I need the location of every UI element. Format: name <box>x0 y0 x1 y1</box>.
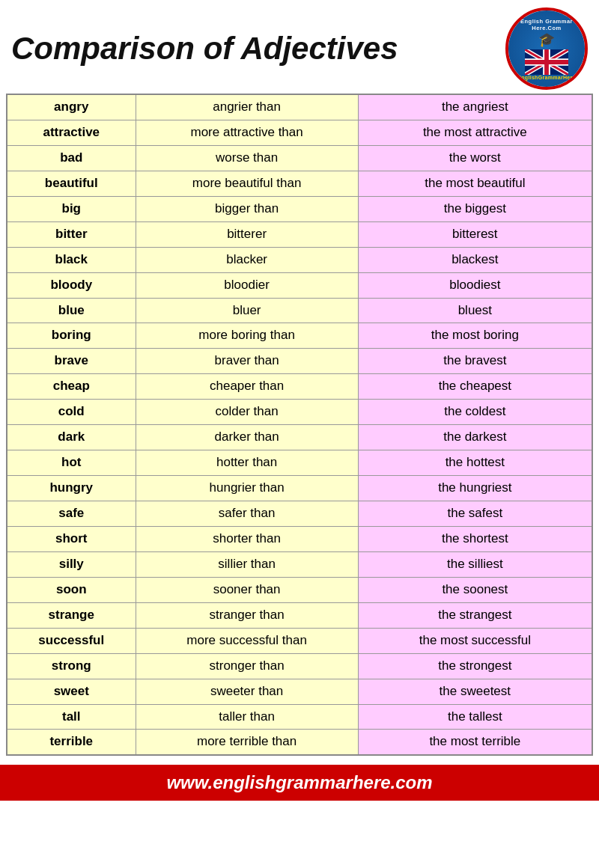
table-row: bigbigger thanthe biggest <box>7 196 592 221</box>
footer: www.englishgrammarhere.com <box>0 765 599 801</box>
comparative-cell: bigger than <box>136 196 358 221</box>
table-row: safesafer thanthe safest <box>7 501 592 527</box>
superlative-cell: the most boring <box>358 323 592 349</box>
table-row: strangestranger thanthe strangest <box>7 602 592 628</box>
comparative-cell: darker than <box>136 425 358 450</box>
adjective-cell: hot <box>7 450 136 476</box>
superlative-cell: the cheapest <box>358 374 592 400</box>
superlative-cell: the safest <box>358 501 592 527</box>
adjective-cell: blue <box>7 298 136 323</box>
table-row: hungryhungrier thanthe hungriest <box>7 476 592 501</box>
superlative-cell: bitterest <box>358 221 592 247</box>
superlative-cell: the strongest <box>358 653 592 679</box>
superlative-cell: the biggest <box>358 196 592 221</box>
table-row: bravebraver thanthe bravest <box>7 349 592 374</box>
superlative-cell: the most attractive <box>358 120 592 145</box>
superlative-cell: the worst <box>358 145 592 171</box>
table-row: coldcolder thanthe coldest <box>7 400 592 425</box>
superlative-cell: the angriest <box>358 94 592 120</box>
comparative-cell: stronger than <box>136 653 358 679</box>
table-row: shortshorter thanthe shortest <box>7 526 592 551</box>
table-row: soonsooner thanthe soonest <box>7 577 592 602</box>
superlative-cell: the darkest <box>358 425 592 450</box>
comparative-cell: braver than <box>136 349 358 374</box>
comparative-cell: shorter than <box>136 526 358 551</box>
table-row: sillysillier thanthe silliest <box>7 551 592 577</box>
comparative-cell: cheaper than <box>136 374 358 400</box>
superlative-cell: the most beautiful <box>358 171 592 196</box>
table-container: angryangrier thanthe angriestattractivem… <box>0 94 599 762</box>
comparative-cell: hungrier than <box>136 476 358 501</box>
table-row: boringmore boring thanthe most boring <box>7 323 592 349</box>
adjective-cell: bloody <box>7 272 136 298</box>
adjective-cell: attractive <box>7 120 136 145</box>
adjective-cell: dark <box>7 425 136 450</box>
superlative-cell: the hungriest <box>358 476 592 501</box>
comparative-cell: sillier than <box>136 551 358 577</box>
superlative-cell: the soonest <box>358 577 592 602</box>
superlative-cell: the coldest <box>358 400 592 425</box>
adjective-cell: bitter <box>7 221 136 247</box>
table-row: badworse thanthe worst <box>7 145 592 171</box>
superlative-cell: blackest <box>358 247 592 272</box>
logo: English Grammar Here.Com 🎓 EnglishGramma… <box>505 7 588 90</box>
adjective-cell: big <box>7 196 136 221</box>
grad-cap-icon: 🎓 <box>538 31 555 48</box>
superlative-cell: the tallest <box>358 704 592 730</box>
table-row: bluebluerbluest <box>7 298 592 323</box>
table-row: hothotter thanthe hottest <box>7 450 592 476</box>
footer-url: www.englishgrammarhere.com <box>0 772 599 793</box>
logo-text-bottom: EnglishGrammarHere <box>517 75 575 80</box>
comparative-cell: hotter than <box>136 450 358 476</box>
superlative-cell: the sweetest <box>358 679 592 704</box>
adjective-cell: short <box>7 526 136 551</box>
comparative-cell: sooner than <box>136 577 358 602</box>
adjective-cell: tall <box>7 704 136 730</box>
comparative-cell: more boring than <box>136 323 358 349</box>
comparative-cell: more beautiful than <box>136 171 358 196</box>
adjective-cell: soon <box>7 577 136 602</box>
adjective-cell: cheap <box>7 374 136 400</box>
superlative-cell: the strangest <box>358 602 592 628</box>
comparative-cell: blacker <box>136 247 358 272</box>
table-row: successfulmore successful thanthe most s… <box>7 628 592 653</box>
adjective-cell: bad <box>7 145 136 171</box>
adjective-cell: successful <box>7 628 136 653</box>
adjective-cell: safe <box>7 501 136 527</box>
comparative-cell: taller than <box>136 704 358 730</box>
adjective-cell: beautiful <box>7 171 136 196</box>
adjective-cell: hungry <box>7 476 136 501</box>
comparative-cell: stranger than <box>136 602 358 628</box>
page-title: Comparison of Adjectives <box>11 31 398 66</box>
adjective-cell: strong <box>7 653 136 679</box>
comparative-cell: safer than <box>136 501 358 527</box>
comparative-cell: bitterer <box>136 221 358 247</box>
superlative-cell: bluest <box>358 298 592 323</box>
adjective-cell: black <box>7 247 136 272</box>
adjective-cell: sweet <box>7 679 136 704</box>
adjective-cell: angry <box>7 94 136 120</box>
comparative-cell: more attractive than <box>136 120 358 145</box>
adjective-cell: terrible <box>7 730 136 755</box>
comparative-cell: more terrible than <box>136 730 358 755</box>
comparative-cell: bloodier <box>136 272 358 298</box>
comparative-cell: sweeter than <box>136 679 358 704</box>
table-row: strongstronger thanthe strongest <box>7 653 592 679</box>
table-row: attractivemore attractive thanthe most a… <box>7 120 592 145</box>
adjective-cell: cold <box>7 400 136 425</box>
adjective-cell: strange <box>7 602 136 628</box>
comparative-cell: colder than <box>136 400 358 425</box>
uk-flag-icon <box>525 49 568 75</box>
table-row: bloodybloodierbloodiest <box>7 272 592 298</box>
superlative-cell: the shortest <box>358 526 592 551</box>
table-row: cheapcheaper thanthe cheapest <box>7 374 592 400</box>
superlative-cell: the most successful <box>358 628 592 653</box>
logo-text-top: English Grammar <box>520 18 573 25</box>
superlative-cell: bloodiest <box>358 272 592 298</box>
table-row: terriblemore terrible thanthe most terri… <box>7 730 592 755</box>
superlative-cell: the hottest <box>358 450 592 476</box>
table-row: blackblackerblackest <box>7 247 592 272</box>
page-header: Comparison of Adjectives English Grammar… <box>0 0 599 94</box>
superlative-cell: the most terrible <box>358 730 592 755</box>
table-row: beautifulmore beautiful thanthe most bea… <box>7 171 592 196</box>
